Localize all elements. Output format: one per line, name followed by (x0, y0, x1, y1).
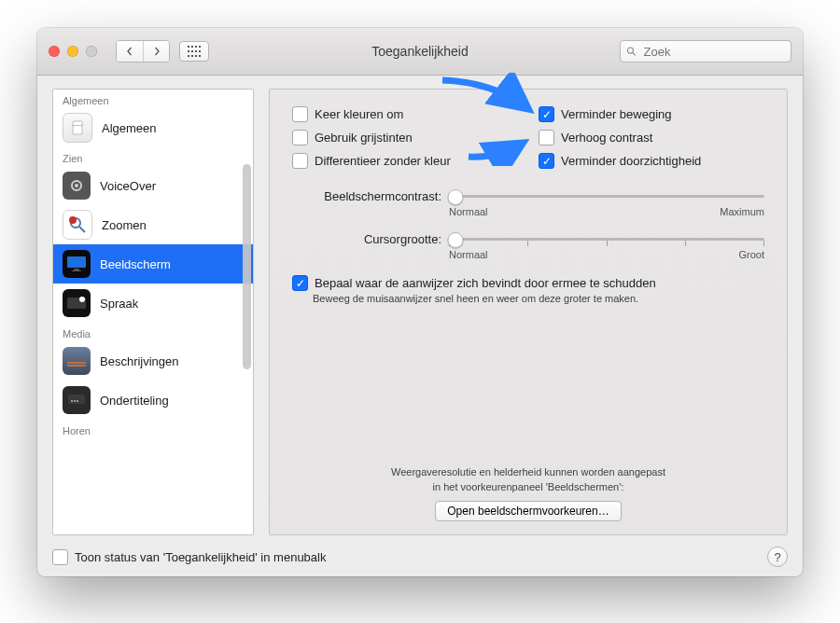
checkbox-label: Keer kleuren om (315, 107, 403, 121)
svg-point-30 (74, 400, 76, 402)
sidebar-section-algemeen: Algemeen (53, 90, 253, 108)
checkbox-icon (292, 153, 308, 169)
svg-rect-21 (67, 256, 86, 268)
sidebar-item-voiceover[interactable]: VoiceOver (53, 166, 253, 205)
slider-max-label: Maximum (720, 206, 764, 217)
svg-rect-9 (191, 55, 193, 57)
minimize-window-button[interactable] (67, 46, 78, 57)
zoom-window-button[interactable] (86, 46, 97, 57)
speech-icon (63, 289, 91, 317)
checkbox-icon: ✓ (539, 153, 554, 169)
sidebar-container: Algemeen Algemeen Zien (52, 89, 254, 535)
sidebar-item-spraak[interactable]: Spraak (53, 284, 253, 323)
checkbox-differentiate-without-color[interactable]: Differentieer zonder kleur (292, 153, 516, 169)
sidebar-item-label: Spraak (100, 297, 138, 311)
display-settings-panel: Keer kleuren om ✓ Verminder beweging Geb… (269, 89, 788, 535)
nav-back-forward (116, 40, 170, 62)
svg-rect-26 (67, 362, 86, 364)
svg-point-17 (75, 184, 78, 187)
slider-track[interactable] (449, 232, 764, 247)
checkbox-label: Verhoog contrast (561, 131, 652, 145)
sidebar-item-ondertiteling[interactable]: Ondertiteling (53, 381, 253, 420)
general-icon (63, 113, 92, 143)
svg-rect-1 (191, 46, 193, 48)
sidebar-item-label: VoiceOver (100, 179, 156, 193)
close-window-button[interactable] (49, 46, 60, 57)
panel-container: Keer kleuren om ✓ Verminder beweging Geb… (269, 89, 788, 535)
svg-rect-27 (67, 365, 86, 367)
checkbox-label: Verminder beweging (561, 107, 672, 121)
svg-rect-4 (188, 50, 189, 52)
toolbar: Toegankelijkheid (37, 28, 803, 76)
search-input[interactable] (642, 44, 785, 60)
checkbox-show-menu-status[interactable]: Toon status van 'Toegankelijkheid' in me… (52, 549, 326, 565)
show-all-button[interactable] (179, 41, 209, 62)
open-display-prefs-button[interactable]: Open beeldschermvoorkeuren… (435, 501, 621, 521)
svg-rect-22 (74, 269, 79, 270)
slider-label: Cursorgrootte: (292, 232, 441, 246)
svg-rect-15 (72, 125, 83, 126)
checkbox-reduce-motion[interactable]: ✓ Verminder beweging (539, 106, 764, 122)
sidebar-item-beschrijvingen[interactable]: Beschrijvingen (53, 341, 253, 381)
chevron-left-icon (125, 47, 134, 56)
display-prefs-hint: Weergaveresolutie en helderheid kunnen w… (292, 465, 764, 521)
columns: Algemeen Algemeen Zien (52, 89, 788, 535)
svg-point-25 (79, 297, 85, 302)
svg-rect-14 (73, 121, 82, 134)
checkbox-icon (539, 130, 554, 145)
checkbox-grid: Keer kleuren om ✓ Verminder beweging Geb… (292, 104, 764, 171)
svg-line-13 (633, 53, 636, 56)
svg-line-19 (79, 227, 85, 232)
checkbox-use-grayscale[interactable]: Gebruik grijstinten (292, 130, 516, 145)
checkbox-invert-colors[interactable]: Keer kleuren om (292, 106, 516, 122)
display-icon (63, 250, 91, 278)
checkbox-label: Toon status van 'Toegankelijkheid' in me… (75, 550, 326, 564)
checkbox-label: Differentieer zonder kleur (315, 154, 451, 168)
slider-max-label: Groot (738, 249, 764, 260)
svg-point-29 (71, 400, 73, 402)
sidebar-section-horen: Horen (53, 420, 253, 438)
svg-rect-2 (195, 46, 197, 48)
sidebar-item-label: Beeldscherm (100, 257, 171, 271)
hint-line: Weergaveresolutie en helderheid kunnen w… (391, 466, 665, 478)
descriptions-icon (63, 347, 91, 375)
checkbox-icon: ✓ (539, 106, 554, 122)
sidebar-item-zoomen[interactable]: Zoomen (53, 205, 253, 244)
svg-rect-7 (199, 50, 201, 52)
svg-rect-6 (195, 50, 197, 52)
search-icon (626, 46, 637, 57)
sidebar: Algemeen Algemeen Zien (52, 89, 254, 535)
footer: Toon status van 'Toegankelijkheid' in me… (52, 547, 788, 567)
grid-icon (188, 46, 201, 57)
checkbox-icon: ✓ (292, 275, 308, 291)
back-button[interactable] (117, 41, 143, 62)
svg-rect-10 (195, 55, 197, 57)
checkbox-shake-to-locate[interactable]: ✓ Bepaal waar de aanwijzer zich bevindt … (292, 275, 764, 291)
sidebar-item-beeldscherm[interactable]: Beeldscherm (53, 244, 253, 284)
checkbox-reduce-transparency[interactable]: ✓ Verminder doorzichtigheid (539, 153, 764, 169)
sidebar-item-label: Zoomen (102, 218, 147, 232)
slider-wrap: Normaal Maximum (449, 189, 764, 217)
window-controls (49, 46, 97, 57)
svg-rect-3 (199, 46, 201, 48)
svg-point-12 (627, 48, 633, 53)
hint-line: in het voorkeurenpaneel 'Beeldschermen': (433, 481, 624, 492)
slider-min-label: Normaal (449, 249, 488, 260)
sidebar-section-zien: Zien (53, 147, 253, 166)
slider-track[interactable] (449, 189, 764, 204)
sidebar-item-algemeen[interactable]: Algemeen (53, 108, 253, 147)
window-body: Algemeen Algemeen Zien (37, 76, 803, 576)
slider-cursor-size: Cursorgrootte: Normaal Groot (292, 232, 764, 260)
sidebar-item-label: Ondertiteling (100, 394, 169, 408)
checkbox-increase-contrast[interactable]: Verhoog contrast (539, 130, 764, 145)
search-field[interactable] (620, 40, 791, 62)
slider-wrap: Normaal Groot (449, 232, 764, 260)
subtitles-icon (63, 386, 91, 414)
forward-button[interactable] (143, 41, 169, 62)
svg-rect-11 (199, 55, 201, 57)
sidebar-item-label: Beschrijvingen (100, 354, 179, 368)
sidebar-scrollbar[interactable] (243, 164, 251, 369)
sidebar-scroll[interactable]: Algemeen Algemeen Zien (53, 90, 253, 534)
help-button[interactable]: ? (767, 547, 788, 567)
checkbox-label: Verminder doorzichtigheid (561, 154, 701, 168)
